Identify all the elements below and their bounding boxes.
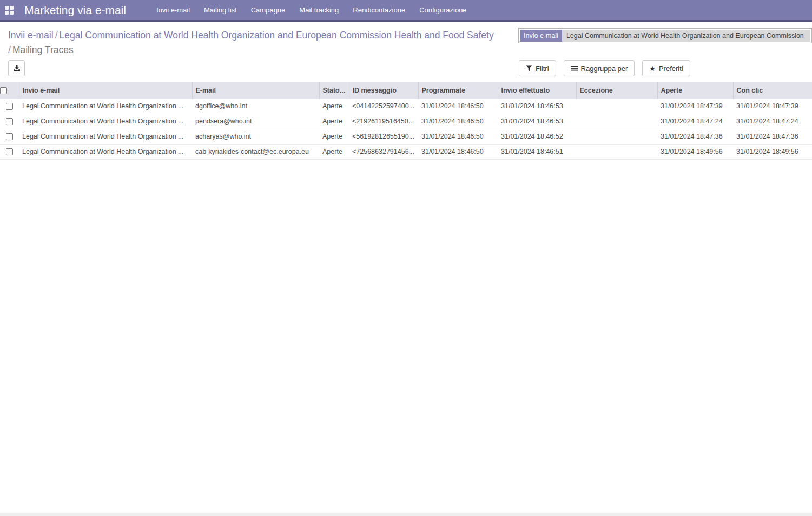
- row-select-cell: [0, 129, 19, 144]
- search-input[interactable]: Invio e-mail Legal Communication at Worl…: [518, 28, 812, 43]
- top-navbar: Marketing via e-mail Invii e-mail Mailin…: [0, 0, 812, 22]
- search-facet-category: Invio e-mail: [520, 30, 562, 42]
- star-icon: ★: [649, 65, 656, 72]
- cell-status[interactable]: Aperte: [319, 99, 349, 114]
- cell-mailing[interactable]: Legal Communication at World Health Orga…: [19, 129, 192, 144]
- filters-button-label: Filtri: [536, 64, 549, 73]
- cell-email[interactable]: dgoffice@who.int: [192, 99, 319, 114]
- cell-opened[interactable]: 31/01/2024 18:47:24: [657, 114, 733, 129]
- header-invio-effettuato[interactable]: Invio effettuato: [498, 82, 576, 99]
- header-programmate[interactable]: Programmate: [418, 82, 498, 99]
- search-facet[interactable]: Invio e-mail Legal Communication at Worl…: [520, 30, 810, 42]
- cell-clicked[interactable]: 31/01/2024 18:47:39: [733, 99, 812, 114]
- cell-status[interactable]: Aperte: [319, 129, 349, 144]
- breadcrumb-invii-email[interactable]: Invii e-mail: [8, 30, 54, 41]
- nav-item-configurazione[interactable]: Configurazione: [412, 0, 473, 20]
- cell-exception[interactable]: [576, 114, 657, 129]
- search-facet-value: Legal Communication at World Health Orga…: [562, 30, 810, 42]
- cell-exception[interactable]: [576, 99, 657, 114]
- apps-menu-icon-square: [5, 6, 9, 10]
- export-button[interactable]: [8, 60, 25, 76]
- cell-opened[interactable]: 31/01/2024 18:47:39: [657, 99, 733, 114]
- apps-menu-icon[interactable]: [5, 6, 14, 15]
- row-select-cell: [0, 144, 19, 159]
- table-row[interactable]: Legal Communication at World Health Orga…: [0, 114, 812, 129]
- cell-email[interactable]: pendsera@who.int: [192, 114, 319, 129]
- cell-scheduled[interactable]: 31/01/2024 18:46:50: [418, 144, 498, 159]
- cell-exception[interactable]: [576, 144, 657, 159]
- cell-sent[interactable]: 31/01/2024 18:46:53: [498, 99, 576, 114]
- app-title[interactable]: Marketing via e-mail: [24, 4, 126, 17]
- apps-menu-icon-square: [10, 11, 14, 15]
- nav-item-invii-email[interactable]: Invii e-mail: [149, 0, 197, 20]
- table-header-row: Invio e-mail E-mail Stato... ID messaggi…: [0, 82, 812, 99]
- cell-opened[interactable]: 31/01/2024 18:49:56: [657, 144, 733, 159]
- cell-message-id[interactable]: <56192812655190...: [349, 129, 418, 144]
- header-con-clic[interactable]: Con clic: [733, 82, 812, 99]
- breadcrumb-current: Mailing Traces: [12, 44, 74, 55]
- header-id-messaggio[interactable]: ID messaggio: [349, 82, 418, 99]
- row-checkbox[interactable]: [6, 103, 13, 110]
- table-row[interactable]: Legal Communication at World Health Orga…: [0, 99, 812, 114]
- bars-icon: [571, 65, 578, 71]
- select-all-checkbox[interactable]: [0, 87, 7, 94]
- favorites-button[interactable]: ★ Preferiti: [642, 60, 690, 76]
- cell-sent[interactable]: 31/01/2024 18:46:51: [498, 144, 576, 159]
- horizontal-scrollbar-track[interactable]: [0, 513, 812, 516]
- filters-button[interactable]: Filtri: [519, 60, 556, 76]
- nav-item-mail-tracking[interactable]: Mail tracking: [292, 0, 346, 20]
- header-email[interactable]: E-mail: [192, 82, 319, 99]
- header-stato[interactable]: Stato...: [319, 82, 349, 99]
- table-row[interactable]: Legal Communication at World Health Orga…: [0, 129, 812, 144]
- nav-item-campagne[interactable]: Campagne: [244, 0, 293, 20]
- cell-status[interactable]: Aperte: [319, 144, 349, 159]
- cell-exception[interactable]: [576, 129, 657, 144]
- breadcrumb-mailing-name[interactable]: Legal Communication at World Health Orga…: [60, 30, 494, 41]
- mailing-traces-table: Invio e-mail E-mail Stato... ID messaggi…: [0, 82, 812, 160]
- row-checkbox[interactable]: [6, 118, 13, 125]
- cell-sent[interactable]: 31/01/2024 18:46:53: [498, 114, 576, 129]
- table-row[interactable]: Legal Communication at World Health Orga…: [0, 144, 812, 159]
- cell-sent[interactable]: 31/01/2024 18:46:52: [498, 129, 576, 144]
- search-options: Filtri Raggruppa per ★ Preferiti: [519, 60, 690, 76]
- cell-message-id[interactable]: <04142252597400...: [349, 99, 418, 114]
- breadcrumb-separator: /: [54, 30, 60, 41]
- breadcrumb: Invii e-mail/Legal Communication at Worl…: [8, 28, 521, 57]
- group-by-button-label: Raggruppa per: [581, 64, 628, 73]
- select-all-cell: [0, 82, 19, 99]
- download-icon: [13, 64, 21, 72]
- cell-mailing[interactable]: Legal Communication at World Health Orga…: [19, 114, 192, 129]
- cell-scheduled[interactable]: 31/01/2024 18:46:50: [418, 129, 498, 144]
- nav-item-mailing-list[interactable]: Mailing list: [197, 0, 244, 20]
- cell-email[interactable]: cab-kyriakides-contact@ec.europa.eu: [192, 144, 319, 159]
- favorites-button-label: Preferiti: [659, 64, 683, 73]
- cell-opened[interactable]: 31/01/2024 18:47:36: [657, 129, 733, 144]
- cell-clicked[interactable]: 31/01/2024 18:47:36: [733, 129, 812, 144]
- cell-email[interactable]: acharyas@who.int: [192, 129, 319, 144]
- header-aperte[interactable]: Aperte: [657, 82, 733, 99]
- apps-menu-icon-square: [10, 6, 14, 10]
- cell-mailing[interactable]: Legal Communication at World Health Orga…: [19, 144, 192, 159]
- filter-icon: [526, 65, 532, 71]
- row-checkbox[interactable]: [6, 133, 13, 140]
- row-checkbox[interactable]: [6, 148, 13, 155]
- group-by-button[interactable]: Raggruppa per: [564, 60, 635, 76]
- cell-message-id[interactable]: <72568632791456...: [349, 144, 418, 159]
- cell-clicked[interactable]: 31/01/2024 18:47:24: [733, 114, 812, 129]
- row-select-cell: [0, 114, 19, 129]
- breadcrumb-separator: /: [8, 44, 12, 55]
- nav-item-rendicontazione[interactable]: Rendicontazione: [346, 0, 412, 20]
- main-menu: Invii e-mail Mailing list Campagne Mail …: [149, 0, 474, 20]
- header-invio-email[interactable]: Invio e-mail: [19, 82, 192, 99]
- header-eccezione[interactable]: Eccezione: [576, 82, 657, 99]
- cell-mailing[interactable]: Legal Communication at World Health Orga…: [19, 99, 192, 114]
- cell-scheduled[interactable]: 31/01/2024 18:46:50: [418, 99, 498, 114]
- row-select-cell: [0, 99, 19, 114]
- cell-message-id[interactable]: <21926119516450...: [349, 114, 418, 129]
- cell-status[interactable]: Aperte: [319, 114, 349, 129]
- cell-clicked[interactable]: 31/01/2024 18:49:56: [733, 144, 812, 159]
- apps-menu-icon-square: [5, 11, 9, 15]
- cell-scheduled[interactable]: 31/01/2024 18:46:50: [418, 114, 498, 129]
